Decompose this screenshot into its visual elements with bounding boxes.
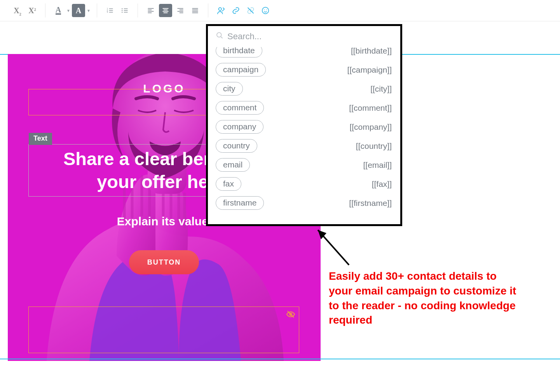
merge-tag-item[interactable]: firstname[[firstname]] [216,193,396,213]
svg-point-28 [218,8,221,10]
merge-tag-item[interactable]: fax[[fax]] [216,174,396,193]
editor-toolbar: X2 X2 A ▼ A ▼ 123 [0,0,560,21]
svg-point-9 [122,8,122,9]
insert-link-button[interactable] [229,4,242,17]
merge-tag-item[interactable]: campaign[[campaign]] [216,60,396,79]
remove-link-button[interactable] [244,4,257,17]
svg-point-32 [266,10,267,10]
merge-token-text: [[email]] [363,160,396,170]
annotation-arrow [310,226,353,269]
selected-region-bottom[interactable] [28,307,299,353]
merge-tag-pill[interactable]: company [216,120,263,134]
align-center-button[interactable] [159,4,172,17]
merge-tags-popup: birthdate[[birthdate]] campaign[[campaig… [206,24,402,226]
merge-tag-pill[interactable]: birthdate [216,47,262,57]
ordered-list-button[interactable]: 123 [103,4,117,17]
merge-tag-pill[interactable]: email [216,158,250,172]
canvas-bottom-border [0,359,560,359]
merge-token-text: [[birthdate]] [351,47,396,56]
merge-tag-pill[interactable]: campaign [216,63,266,77]
merge-tag-pill[interactable]: firstname [216,196,264,210]
bg-color-dropdown[interactable]: A ▼ [72,4,91,17]
svg-point-11 [122,12,122,12]
merge-token-text: [[company]] [349,122,396,132]
merge-tag-item[interactable]: email[[email]] [216,155,396,174]
chevron-down-icon: ▼ [86,9,91,13]
superscript-button[interactable]: X2 [26,4,39,17]
bg-color-icon: A [72,4,85,17]
chevron-down-icon: ▼ [66,9,70,13]
merge-tag-item[interactable]: country[[country]] [216,136,396,155]
merge-token-text: [[city]] [370,84,396,94]
personalization-button[interactable] [215,4,228,17]
search-icon [216,31,223,42]
emoji-button[interactable] [259,4,272,17]
svg-point-30 [262,7,269,14]
merge-tag-item[interactable]: comment[[comment]] [216,98,396,117]
visibility-off-icon[interactable] [286,310,295,320]
font-color-dropdown[interactable]: A ▼ [52,4,70,17]
align-left-button[interactable] [144,4,157,17]
merge-tag-pill[interactable]: comment [216,101,264,115]
align-justify-button[interactable] [188,4,202,17]
cta-button[interactable]: BUTTON [129,250,199,274]
merge-token-text: [[campaign]] [347,65,396,75]
merge-tag-list[interactable]: birthdate[[birthdate]] campaign[[campaig… [208,47,400,224]
svg-point-31 [264,10,265,10]
merge-tag-item[interactable]: company[[company]] [216,117,396,136]
svg-text:3: 3 [107,11,108,13]
merge-tag-search-input[interactable] [227,31,393,42]
merge-token-text: [[firstname]] [349,199,396,208]
block-type-tag: Text [29,133,52,145]
merge-tag-pill[interactable]: fax [216,177,241,191]
svg-point-39 [217,33,222,37]
merge-tag-pill[interactable]: city [216,82,243,96]
merge-tag-item[interactable]: city[[city]] [216,79,396,98]
subscript-button[interactable]: X2 [11,4,24,17]
merge-token-text: [[comment]] [349,103,396,113]
merge-tag-pill[interactable]: country [216,139,257,153]
align-right-button[interactable] [174,4,187,17]
font-color-icon: A [52,4,65,17]
merge-token-text: [[fax]] [372,179,396,189]
svg-point-10 [122,10,122,11]
unordered-list-button[interactable] [118,4,131,17]
merge-token-text: [[country]] [356,141,396,151]
svg-line-40 [221,37,222,38]
annotation-callout: Easily add 30+ contact details to your e… [329,269,517,328]
merge-tag-item[interactable]: birthdate[[birthdate]] [216,47,396,60]
